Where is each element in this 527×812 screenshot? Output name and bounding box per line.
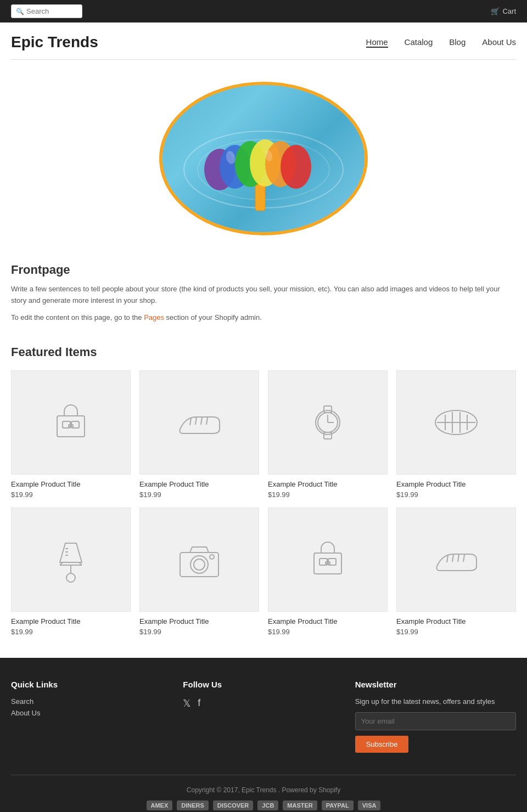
product-title: Example Product Title bbox=[11, 480, 131, 488]
product-price: $19.99 bbox=[11, 490, 131, 499]
product-card[interactable]: Example Product Title $19.99 bbox=[11, 507, 131, 636]
newsletter-title: Newsletter bbox=[355, 680, 516, 689]
cart-icon: 🛒 bbox=[491, 7, 500, 15]
product-price: $19.99 bbox=[396, 628, 516, 636]
payment-jcb: JCB bbox=[257, 800, 278, 810]
cart-link[interactable]: 🛒 Cart bbox=[491, 7, 516, 15]
product-price: $19.99 bbox=[268, 628, 388, 636]
svg-line-16 bbox=[190, 418, 191, 425]
main-nav: Home Catalog Blog About Us bbox=[366, 37, 516, 48]
search-icon: 🔍 bbox=[16, 8, 24, 15]
product-image bbox=[11, 507, 131, 612]
svg-rect-22 bbox=[324, 406, 332, 413]
product-image bbox=[139, 507, 259, 612]
svg-line-52 bbox=[452, 554, 453, 562]
product-image bbox=[396, 370, 516, 475]
product-card[interactable]: Example Product Title $19.99 bbox=[139, 507, 259, 636]
svg-marker-32 bbox=[60, 543, 82, 562]
product-price: $19.99 bbox=[139, 490, 259, 499]
product-card[interactable]: Example Product Title $19.99 bbox=[396, 370, 516, 499]
nav-home[interactable]: Home bbox=[366, 37, 388, 48]
footer: Quick Links Search About Us Follow Us 𝕏 … bbox=[0, 658, 527, 812]
top-bar: 🔍 🛒 Cart bbox=[0, 0, 527, 22]
product-card[interactable]: Example Product Title $19.99 bbox=[268, 370, 388, 499]
svg-line-53 bbox=[458, 554, 459, 562]
featured-section: Featured Items Example Product Title $19… bbox=[0, 340, 527, 658]
payment-paypal: PAYPAL bbox=[322, 800, 354, 810]
product-title: Example Product Title bbox=[396, 617, 516, 625]
footer-grid: Quick Links Search About Us Follow Us 𝕏 … bbox=[11, 680, 516, 753]
product-card[interactable]: Example Product Title $19.99 bbox=[396, 507, 516, 636]
product-price: $19.99 bbox=[396, 490, 516, 499]
svg-point-44 bbox=[194, 559, 205, 570]
frontpage-paragraph2: To edit the content on this page, go to … bbox=[11, 312, 516, 324]
frontpage-title: Frontpage bbox=[11, 263, 516, 277]
product-title: Example Product Title bbox=[11, 617, 131, 625]
product-price: $19.99 bbox=[268, 490, 388, 499]
nav-catalog[interactable]: Catalog bbox=[405, 37, 433, 48]
site-title: Epic Trends bbox=[11, 33, 98, 51]
product-price: $19.99 bbox=[139, 628, 259, 636]
product-image bbox=[139, 370, 259, 475]
quick-links-title: Quick Links bbox=[11, 680, 172, 689]
product-title: Example Product Title bbox=[268, 480, 388, 488]
nav-about[interactable]: About Us bbox=[482, 37, 516, 48]
search-box[interactable]: 🔍 bbox=[11, 4, 82, 18]
payment-discover: DISCOVER bbox=[213, 800, 253, 810]
nav-blog[interactable]: Blog bbox=[449, 37, 466, 48]
frontpage-section: Frontpage Write a few sentences to tell … bbox=[0, 246, 527, 340]
payment-visa: VISA bbox=[358, 800, 381, 810]
payment-amex: AMEX bbox=[147, 800, 173, 810]
paragraph2-suffix: section of your Shopify admin. bbox=[164, 313, 262, 322]
copyright: Copyright © 2017, Epic Trends . Powered … bbox=[11, 786, 516, 794]
featured-title: Featured Items bbox=[11, 345, 516, 359]
products-grid: Example Product Title $19.99 Example Pro… bbox=[11, 370, 516, 636]
footer-bottom: Copyright © 2017, Epic Trends . Powered … bbox=[11, 775, 516, 810]
social-icons: 𝕏 f bbox=[183, 697, 344, 709]
twitter-icon[interactable]: 𝕏 bbox=[183, 697, 191, 709]
footer-link-about[interactable]: About Us bbox=[11, 709, 172, 717]
svg-point-43 bbox=[190, 556, 208, 573]
follow-title: Follow Us bbox=[183, 680, 344, 689]
svg-point-45 bbox=[210, 555, 214, 559]
product-image bbox=[268, 507, 388, 612]
svg-point-8 bbox=[281, 145, 311, 189]
footer-newsletter: Newsletter Sign up for the latest news, … bbox=[355, 680, 516, 753]
svg-rect-2 bbox=[255, 183, 265, 211]
product-card[interactable]: Example Product Title $19.99 bbox=[139, 370, 259, 499]
footer-link-search[interactable]: Search bbox=[11, 697, 172, 706]
search-input[interactable] bbox=[26, 7, 81, 15]
svg-line-54 bbox=[463, 555, 464, 562]
header: Epic Trends Home Catalog Blog About Us bbox=[0, 22, 527, 59]
product-image bbox=[396, 507, 516, 612]
product-title: Example Product Title bbox=[396, 480, 516, 488]
hero-section bbox=[0, 60, 527, 246]
subscribe-button[interactable]: Subscribe bbox=[355, 736, 409, 753]
product-price: $19.99 bbox=[11, 628, 131, 636]
svg-line-51 bbox=[447, 555, 448, 562]
paragraph2-prefix: To edit the content on this page, go to … bbox=[11, 313, 144, 322]
footer-quick-links: Quick Links Search About Us bbox=[11, 680, 172, 753]
svg-line-17 bbox=[195, 417, 197, 425]
product-card[interactable]: Example Product Title $19.99 bbox=[11, 370, 131, 499]
payment-master: MASTER bbox=[283, 800, 317, 810]
facebook-icon[interactable]: f bbox=[198, 697, 200, 709]
payment-diners: DINERS bbox=[177, 800, 209, 810]
product-image bbox=[268, 370, 388, 475]
svg-marker-42 bbox=[190, 547, 209, 552]
popsicle-float-svg bbox=[176, 98, 351, 219]
email-input[interactable] bbox=[355, 712, 516, 730]
footer-follow: Follow Us 𝕏 f bbox=[183, 680, 344, 753]
hero-image bbox=[159, 82, 368, 235]
pages-link[interactable]: Pages bbox=[144, 313, 164, 322]
payment-icons: AMEX DINERS DISCOVER JCB MASTER PAYPAL V… bbox=[11, 800, 516, 810]
newsletter-text: Sign up for the latest news, offers and … bbox=[355, 697, 516, 706]
svg-line-18 bbox=[201, 417, 202, 425]
svg-point-37 bbox=[66, 573, 75, 582]
product-image bbox=[11, 370, 131, 475]
product-title: Example Product Title bbox=[139, 617, 259, 625]
product-title: Example Product Title bbox=[139, 480, 259, 488]
product-card[interactable]: Example Product Title $19.99 bbox=[268, 507, 388, 636]
cart-label: Cart bbox=[502, 7, 516, 15]
svg-rect-23 bbox=[324, 432, 332, 439]
